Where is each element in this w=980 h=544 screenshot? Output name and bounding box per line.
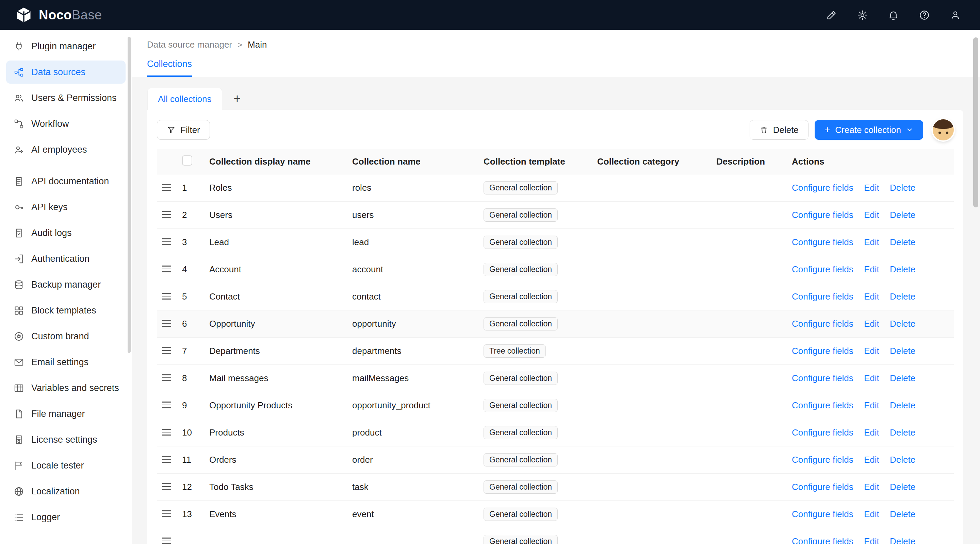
edit-link[interactable]: Edit bbox=[864, 210, 879, 220]
edit-link[interactable]: Edit bbox=[864, 509, 879, 519]
highlighter-icon[interactable] bbox=[826, 10, 837, 21]
sidebar-item-file-manager[interactable]: File manager bbox=[6, 402, 126, 425]
delete-link[interactable]: Delete bbox=[890, 427, 915, 438]
delete-link[interactable]: Delete bbox=[890, 482, 915, 492]
add-tab-button[interactable]: + bbox=[234, 92, 241, 105]
configure-fields-link[interactable]: Configure fields bbox=[792, 291, 853, 301]
delete-link[interactable]: Delete bbox=[890, 346, 915, 356]
configure-fields-link[interactable]: Configure fields bbox=[792, 237, 853, 247]
drag-handle-icon[interactable] bbox=[162, 266, 171, 272]
delete-link[interactable]: Delete bbox=[890, 319, 915, 329]
drag-handle-icon[interactable] bbox=[162, 510, 171, 517]
edit-link[interactable]: Edit bbox=[864, 291, 879, 301]
configure-fields-link[interactable]: Configure fields bbox=[792, 455, 853, 465]
sidebar-item-api-keys[interactable]: API keys bbox=[6, 195, 126, 219]
sidebar-divider bbox=[7, 164, 125, 164]
drag-handle-icon[interactable] bbox=[162, 456, 171, 463]
sidebar-item-email-settings[interactable]: Email settings bbox=[6, 351, 126, 374]
edit-link[interactable]: Edit bbox=[864, 319, 879, 329]
sidebar-item-locale-tester[interactable]: Locale tester bbox=[6, 454, 126, 477]
delete-link[interactable]: Delete bbox=[890, 291, 915, 301]
sidebar-item-users-permissions[interactable]: Users & Permissions bbox=[6, 86, 126, 109]
drag-handle-icon[interactable] bbox=[162, 401, 171, 408]
configure-fields-link[interactable]: Configure fields bbox=[792, 346, 853, 356]
configure-fields-link[interactable]: Configure fields bbox=[792, 264, 853, 274]
sidebar-item-logger[interactable]: Logger bbox=[6, 506, 126, 529]
row-index: 1 bbox=[182, 182, 187, 193]
sidebar-item-plugin-manager[interactable]: Plugin manager bbox=[6, 35, 126, 58]
delete-button[interactable]: Delete bbox=[749, 120, 808, 140]
tab-all-collections[interactable]: All collections bbox=[147, 88, 222, 110]
edit-link[interactable]: Edit bbox=[864, 455, 879, 465]
drag-handle-icon[interactable] bbox=[162, 538, 171, 544]
collection-name: opportunity bbox=[352, 319, 396, 329]
edit-link[interactable]: Edit bbox=[864, 536, 879, 544]
tab-collections[interactable]: Collections bbox=[147, 59, 192, 77]
actions-cell: Configure fields Edit Delete bbox=[786, 201, 954, 229]
delete-link[interactable]: Delete bbox=[890, 455, 915, 465]
select-all-checkbox[interactable] bbox=[182, 155, 192, 166]
configure-fields-link[interactable]: Configure fields bbox=[792, 482, 853, 492]
configure-fields-link[interactable]: Configure fields bbox=[792, 427, 853, 438]
user-icon[interactable] bbox=[950, 10, 961, 21]
sidebar-item-workflow[interactable]: Workflow bbox=[6, 112, 126, 135]
configure-fields-link[interactable]: Configure fields bbox=[792, 373, 853, 383]
collection-name: product bbox=[352, 427, 382, 438]
edit-link[interactable]: Edit bbox=[864, 346, 879, 356]
drag-handle-icon[interactable] bbox=[162, 483, 171, 490]
sidebar-item-license-settings[interactable]: License settings bbox=[6, 428, 126, 451]
sidebar-item-backup-manager[interactable]: Backup manager bbox=[6, 273, 126, 296]
configure-fields-link[interactable]: Configure fields bbox=[792, 536, 853, 544]
filter-button[interactable]: Filter bbox=[157, 120, 210, 140]
sidebar-item-custom-brand[interactable]: Custom brand bbox=[6, 325, 126, 348]
delete-link[interactable]: Delete bbox=[890, 237, 915, 247]
window-scrollbar[interactable] bbox=[973, 37, 978, 208]
delete-link[interactable]: Delete bbox=[890, 509, 915, 519]
edit-link[interactable]: Edit bbox=[864, 373, 879, 383]
delete-link[interactable]: Delete bbox=[890, 264, 915, 274]
configure-fields-link[interactable]: Configure fields bbox=[792, 182, 853, 193]
delete-link[interactable]: Delete bbox=[890, 210, 915, 220]
drag-handle-icon[interactable] bbox=[162, 320, 171, 327]
sidebar-item-data-sources[interactable]: Data sources bbox=[6, 60, 126, 84]
edit-link[interactable]: Edit bbox=[864, 237, 879, 247]
bell-icon[interactable] bbox=[888, 10, 899, 21]
collection-template-tag: Tree collection bbox=[484, 344, 546, 358]
edit-link[interactable]: Edit bbox=[864, 482, 879, 492]
drag-handle-icon[interactable] bbox=[162, 184, 171, 191]
drag-handle-icon[interactable] bbox=[162, 347, 171, 354]
configure-fields-link[interactable]: Configure fields bbox=[792, 210, 853, 220]
drag-handle-icon[interactable] bbox=[162, 429, 171, 436]
delete-link[interactable]: Delete bbox=[890, 182, 915, 193]
drag-handle-icon[interactable] bbox=[162, 211, 171, 218]
gear-icon[interactable] bbox=[857, 10, 868, 21]
edit-link[interactable]: Edit bbox=[864, 427, 879, 438]
collection-template-tag: General collection bbox=[484, 426, 558, 439]
sidebar-item-authentication[interactable]: Authentication bbox=[6, 247, 126, 270]
drag-handle-icon[interactable] bbox=[162, 293, 171, 300]
edit-link[interactable]: Edit bbox=[864, 264, 879, 274]
collection-template-tag: General collection bbox=[484, 236, 558, 249]
sidebar-item-api-documentation[interactable]: API documentation bbox=[6, 170, 126, 193]
sidebar-item-ai-employees[interactable]: AI employees bbox=[6, 138, 126, 161]
create-collection-button[interactable]: + Create collection bbox=[815, 120, 923, 140]
ai-employee-avatar[interactable] bbox=[933, 119, 954, 140]
delete-link[interactable]: Delete bbox=[890, 400, 915, 411]
sidebar-item-variables-and-secrets[interactable]: Variables and secrets bbox=[6, 376, 126, 400]
sidebar-item-localization[interactable]: Localization bbox=[6, 480, 126, 503]
edit-link[interactable]: Edit bbox=[864, 400, 879, 411]
drag-handle-icon[interactable] bbox=[162, 374, 171, 381]
configure-fields-link[interactable]: Configure fields bbox=[792, 509, 853, 519]
drag-handle-icon[interactable] bbox=[162, 238, 171, 245]
sidebar-item-audit-logs[interactable]: Audit logs bbox=[6, 221, 126, 244]
configure-fields-link[interactable]: Configure fields bbox=[792, 400, 853, 411]
question-icon[interactable] bbox=[919, 10, 930, 21]
breadcrumb-data-source-manager[interactable]: Data source manager bbox=[147, 40, 232, 50]
sidebar-scrollbar[interactable] bbox=[127, 37, 130, 353]
delete-link[interactable]: Delete bbox=[890, 536, 915, 544]
configure-fields-link[interactable]: Configure fields bbox=[792, 319, 853, 329]
edit-link[interactable]: Edit bbox=[864, 182, 879, 193]
sidebar-item-block-templates[interactable]: Block templates bbox=[6, 299, 126, 322]
delete-link[interactable]: Delete bbox=[890, 373, 915, 383]
breadcrumb: Data source manager > Main bbox=[147, 40, 964, 50]
